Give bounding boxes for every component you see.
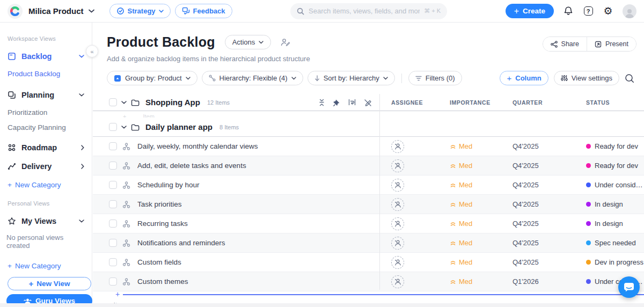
quarter-value[interactable]: Q4'2025 bbox=[513, 162, 539, 170]
group-name[interactable]: Shopping App bbox=[145, 98, 200, 107]
group-row-daily-planner-app[interactable]: Daily planner app 8 Items bbox=[93, 118, 644, 137]
sort-by-dropdown[interactable]: Sort by: Hierarchy bbox=[308, 71, 395, 85]
importance-label[interactable]: Med bbox=[459, 181, 472, 189]
sidebar-item-my-views[interactable]: My Views bbox=[8, 217, 85, 225]
chat-widget-button[interactable] bbox=[618, 276, 640, 298]
new-category-button[interactable]: + New Category bbox=[8, 181, 85, 189]
feedback-button[interactable]: Feedback bbox=[175, 4, 232, 18]
item-name[interactable]: Scheduling by hour bbox=[137, 181, 200, 189]
chevron-down-icon[interactable] bbox=[79, 220, 84, 223]
present-button[interactable]: Present bbox=[587, 37, 636, 51]
sidebar-item-capacity-planning[interactable]: Capacity Planning bbox=[8, 123, 85, 131]
chevron-down-icon[interactable] bbox=[89, 9, 94, 13]
item-name[interactable]: Notifications and reminders bbox=[137, 239, 225, 247]
sidebar-item-roadmap[interactable]: Roadmap bbox=[8, 143, 85, 152]
table-row[interactable]: Add, edit, delete tasks and events Med Q… bbox=[93, 156, 644, 176]
sidebar-item-prioritization[interactable]: Prioritization bbox=[8, 108, 85, 116]
edit-permissions-icon[interactable] bbox=[281, 38, 290, 46]
status-label[interactable]: Dev in progress bbox=[595, 258, 643, 266]
importance-label[interactable]: Med bbox=[459, 239, 472, 247]
assignee-avatar[interactable] bbox=[391, 159, 404, 172]
table-row[interactable]: Task priorities Med Q4'2025 In design bbox=[93, 195, 644, 214]
table-row[interactable]: Scheduling by hour Med Q4'2025 Under con… bbox=[93, 176, 644, 195]
search-input[interactable] bbox=[309, 7, 420, 15]
actions-button[interactable]: Actions bbox=[225, 35, 272, 49]
row-checkbox[interactable] bbox=[109, 277, 117, 286]
row-checkbox[interactable] bbox=[109, 200, 117, 208]
settings-gear-icon[interactable]: ⚙ bbox=[603, 6, 613, 17]
importance-label[interactable]: Med bbox=[459, 220, 472, 228]
craft-logo-icon[interactable] bbox=[8, 4, 23, 19]
group-name[interactable]: Daily planner app bbox=[145, 122, 213, 131]
item-name[interactable]: Recurring tasks bbox=[137, 220, 188, 228]
column-header-status[interactable]: STATUS bbox=[575, 99, 644, 106]
group-checkbox[interactable] bbox=[109, 98, 117, 106]
assignee-avatar[interactable] bbox=[391, 256, 404, 269]
quarter-value[interactable]: Q4'2025 bbox=[513, 239, 539, 247]
create-button[interactable]: + Create bbox=[506, 4, 554, 18]
chevron-right-icon[interactable] bbox=[81, 145, 84, 150]
status-label[interactable]: Ready for dev bbox=[595, 142, 638, 150]
user-avatar[interactable] bbox=[623, 4, 636, 18]
chevron-down-icon[interactable] bbox=[79, 93, 84, 97]
importance-label[interactable]: Med bbox=[459, 162, 472, 170]
importance-label[interactable]: Med bbox=[459, 200, 472, 208]
row-checkbox[interactable] bbox=[109, 258, 117, 266]
row-checkbox[interactable] bbox=[109, 220, 117, 228]
status-label[interactable]: Spec needed bbox=[595, 239, 636, 247]
row-checkbox[interactable] bbox=[109, 142, 117, 150]
status-label[interactable]: Ready for dev bbox=[595, 162, 638, 170]
status-label[interactable]: In design bbox=[595, 200, 623, 208]
importance-label[interactable]: Med bbox=[459, 277, 472, 286]
chevron-down-icon[interactable] bbox=[121, 101, 127, 104]
assignee-avatar[interactable] bbox=[391, 217, 404, 230]
notifications-bell-icon[interactable] bbox=[563, 6, 574, 17]
assignee-avatar[interactable] bbox=[391, 237, 404, 250]
add-column-button[interactable]: + Column bbox=[500, 71, 548, 85]
status-label[interactable]: Under consideration bbox=[595, 181, 644, 189]
assignee-avatar[interactable] bbox=[391, 275, 404, 288]
status-label[interactable]: In design bbox=[595, 220, 623, 228]
new-category-button-2[interactable]: + New Category bbox=[8, 262, 85, 270]
quarter-value[interactable]: Q4'2025 bbox=[513, 220, 539, 228]
share-button[interactable]: Share bbox=[543, 37, 587, 51]
quarter-value[interactable]: Q4'2025 bbox=[513, 200, 539, 208]
item-name[interactable]: Task priorities bbox=[137, 200, 182, 208]
pin-icon[interactable] bbox=[333, 99, 340, 106]
row-checkbox[interactable] bbox=[109, 181, 117, 189]
item-name[interactable]: Daily, weekly, monthly calendar views bbox=[137, 142, 258, 150]
row-checkbox[interactable] bbox=[109, 239, 117, 247]
sidebar-item-delivery[interactable]: Delivery bbox=[8, 162, 85, 171]
help-icon[interactable]: ? bbox=[583, 6, 594, 17]
quarter-value[interactable]: Q4'2025 bbox=[513, 258, 539, 266]
column-header-importance[interactable]: IMPORTANCE bbox=[433, 99, 499, 106]
collapse-rows-icon[interactable] bbox=[318, 99, 325, 106]
disable-edit-icon[interactable] bbox=[364, 99, 372, 106]
assignee-avatar[interactable] bbox=[391, 179, 404, 192]
quarter-value[interactable]: Q4'2025 bbox=[513, 142, 539, 150]
collapse-sidebar-button[interactable]: « bbox=[86, 45, 98, 57]
chevron-down-icon[interactable] bbox=[79, 55, 84, 58]
assignee-avatar[interactable] bbox=[391, 140, 404, 153]
table-row[interactable]: Daily, weekly, monthly calendar views Me… bbox=[93, 137, 644, 156]
importance-label[interactable]: Med bbox=[459, 258, 472, 266]
table-search-icon[interactable] bbox=[625, 74, 634, 83]
table-row[interactable]: Custom themes Med Q1'2026 Under consider… bbox=[93, 272, 644, 291]
table-row[interactable]: Notifications and reminders Med Q4'2025 … bbox=[93, 233, 644, 253]
group-by-dropdown[interactable]: Group by: Product bbox=[107, 71, 197, 85]
column-header-quarter[interactable]: QUARTER bbox=[499, 99, 575, 106]
hierarchy-dropdown[interactable]: Hierarchy: Flexible (4) bbox=[202, 71, 303, 85]
strategy-button[interactable]: Strategy bbox=[109, 4, 171, 18]
quarter-value[interactable]: Q1'2026 bbox=[513, 277, 539, 286]
workspace-switcher[interactable]: Milica Product bbox=[28, 6, 84, 16]
filters-button[interactable]: Filters (0) bbox=[408, 71, 462, 85]
new-view-button[interactable]: + New View bbox=[8, 277, 91, 290]
importance-label[interactable]: Med bbox=[459, 142, 472, 150]
column-header-assignee[interactable]: ASSIGNEE bbox=[379, 99, 433, 106]
group-checkbox[interactable] bbox=[109, 123, 117, 131]
wrap-text-icon[interactable] bbox=[348, 99, 356, 106]
item-name[interactable]: Custom fields bbox=[137, 258, 181, 266]
row-checkbox[interactable] bbox=[109, 162, 117, 170]
quarter-value[interactable]: Q4'2025 bbox=[513, 181, 539, 189]
table-row[interactable]: Custom fields Med Q4'2025 Dev in progres… bbox=[93, 253, 644, 272]
